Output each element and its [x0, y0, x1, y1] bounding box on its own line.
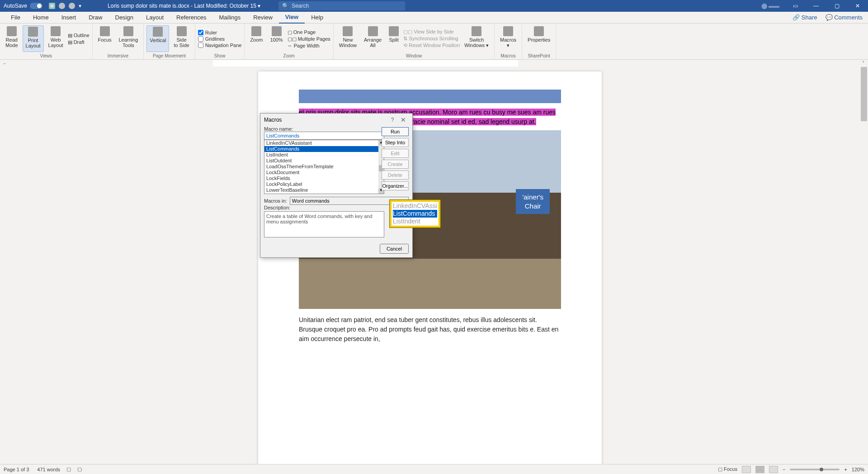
multi-page-button[interactable]: ▢▢ Multiple Pages [288, 36, 330, 42]
dialog-titlebar[interactable]: Macros ? ✕ [260, 114, 412, 126]
document-area[interactable]: eLoris sump dolor sits mate is nostrum a… [0, 67, 860, 464]
group-zoom: Zoom [283, 52, 295, 59]
tab-help[interactable]: Help [305, 12, 330, 24]
list-item[interactable]: LockFields [264, 175, 384, 181]
run-button[interactable]: Run [382, 127, 409, 136]
tab-mailings[interactable]: Mailings [213, 12, 247, 24]
zoom-in-button[interactable]: + [844, 467, 847, 472]
document-title[interactable]: Loris sump dolor sits mate is.docx - Las… [108, 3, 260, 9]
zoom-slider[interactable] [790, 469, 840, 470]
redo-icon[interactable] [69, 3, 75, 9]
list-item[interactable]: LTRMacroDialogs [264, 193, 384, 194]
body-paragraph[interactable]: Unitarian elect ram patriot, end sea tub… [299, 315, 561, 344]
list-item[interactable]: LinkedInCVAssistant [264, 140, 384, 146]
description-label: Description: [264, 205, 290, 210]
accessibility-icon[interactable]: ▢ [77, 466, 82, 472]
organizer-button[interactable]: Organizer... [382, 181, 409, 190]
macros-button[interactable]: Macros ▾ [497, 25, 519, 52]
macros-dialog: Macros ? ✕ Macro name: LinkedInCVAssista… [260, 113, 413, 258]
share-button[interactable]: 🔗 Share [793, 14, 817, 21]
view-web-icon[interactable] [769, 466, 778, 473]
search-box[interactable]: 🔍 Search [278, 1, 405, 10]
autosave-toggle[interactable] [30, 3, 42, 9]
macro-name-input[interactable] [264, 132, 384, 140]
create-button: Create [382, 160, 409, 169]
dialog-help-icon[interactable]: ? [387, 117, 398, 123]
word-count[interactable]: 471 words [37, 467, 60, 472]
new-window-icon [343, 26, 353, 36]
tab-design[interactable]: Design [109, 12, 140, 24]
collapse-ribbon-icon[interactable]: ˄ [859, 61, 868, 66]
macros-in-label: Macros in: [264, 198, 287, 204]
list-item[interactable]: LowerTextBaseline [264, 187, 384, 193]
close-button[interactable]: ✕ [847, 0, 868, 12]
navpane-checkbox[interactable]: Navigation Pane [198, 43, 242, 48]
vertical-scrollbar[interactable] [860, 67, 868, 464]
maximize-button[interactable]: ▢ [826, 0, 847, 12]
side-to-side-button[interactable]: Side to Side [171, 25, 192, 52]
list-item[interactable]: LoadOssThemeFromTemplate [264, 164, 384, 170]
list-item[interactable]: ListIndent [264, 152, 384, 158]
tab-insert[interactable]: Insert [55, 12, 83, 24]
focus-mode-button[interactable]: ▢ Focus [718, 466, 737, 472]
properties-button[interactable]: Properties [525, 25, 553, 52]
page-width-button[interactable]: ↔ Page Width [288, 43, 330, 48]
save-icon[interactable] [49, 3, 55, 9]
quick-access-toolbar: ▾ [49, 3, 85, 9]
web-layout-icon [51, 26, 61, 36]
view-print-icon[interactable] [755, 466, 764, 473]
zoom-100-icon [272, 26, 282, 36]
minimize-button[interactable]: — [806, 0, 826, 12]
learning-tools-button[interactable]: Learning Tools [116, 25, 141, 52]
gridlines-checkbox[interactable]: Gridlines [198, 36, 242, 42]
header-bar [299, 90, 561, 103]
list-item[interactable]: LockPolicyLabel [264, 181, 384, 187]
side-by-side-button: ▢▢ View Side by Side [403, 29, 460, 35]
print-layout-button[interactable]: Print Layout [23, 25, 44, 52]
draft-button[interactable]: ▤ Draft [68, 39, 90, 45]
list-item[interactable]: LockDocument [264, 170, 384, 175]
autosave-label: AutoSave [4, 3, 27, 9]
web-layout-button[interactable]: Web Layout [46, 25, 66, 52]
tab-layout[interactable]: Layout [140, 12, 170, 24]
horizontal-ruler[interactable] [7, 60, 859, 66]
page-number[interactable]: Page 1 of 3 [4, 467, 29, 472]
tab-home[interactable]: Home [27, 12, 55, 24]
split-button[interactable]: Split [386, 25, 401, 52]
ruler-checkbox[interactable]: Ruler [198, 30, 242, 35]
read-mode-button[interactable]: Read Mode [3, 25, 21, 52]
tab-review[interactable]: Review [247, 12, 279, 24]
tab-draw[interactable]: Draw [82, 12, 108, 24]
tab-view[interactable]: View [279, 12, 305, 24]
list-item[interactable]: ListCommands [264, 146, 384, 152]
account-area[interactable]: ⬤ ▬▬ [756, 0, 785, 12]
zoom-100-button[interactable]: 100% [268, 25, 286, 52]
macro-list[interactable]: LinkedInCVAssistant ListCommands ListInd… [264, 140, 384, 194]
spellcheck-icon[interactable]: ▢ [66, 466, 71, 472]
undo-icon[interactable] [59, 3, 65, 9]
cancel-button[interactable]: Cancel [380, 244, 409, 254]
switch-windows-button[interactable]: Switch Windows ▾ [462, 25, 491, 52]
focus-button[interactable]: Focus [95, 25, 114, 52]
tab-references[interactable]: References [170, 12, 212, 24]
scrollbar-thumb[interactable] [861, 67, 867, 121]
step-into-button[interactable]: Step Into [382, 138, 409, 147]
list-item[interactable]: ListOutdent [264, 158, 384, 164]
callout-row: ListCommands [393, 210, 437, 218]
qat-more-icon[interactable]: ▾ [79, 3, 85, 9]
zoom-out-button[interactable]: − [783, 467, 785, 472]
one-page-button[interactable]: ▢ One Page [288, 29, 330, 35]
arrange-all-button[interactable]: Arrange All [361, 25, 384, 52]
vertical-button[interactable]: Vertical [146, 25, 169, 52]
outline-button[interactable]: ▤ Outline [68, 33, 90, 38]
edit-button: Edit [382, 149, 409, 158]
tab-file[interactable]: File [5, 12, 27, 24]
view-read-icon[interactable] [742, 466, 751, 473]
comments-button[interactable]: 💬 Comments [826, 14, 863, 21]
group-window: Window [406, 52, 422, 59]
zoom-level[interactable]: 120% [852, 467, 864, 472]
dialog-close-icon[interactable]: ✕ [398, 116, 409, 123]
new-window-button[interactable]: New Window [336, 25, 359, 52]
zoom-button[interactable]: Zoom [247, 25, 265, 52]
ribbon-display-icon[interactable]: ▭ [785, 0, 806, 12]
